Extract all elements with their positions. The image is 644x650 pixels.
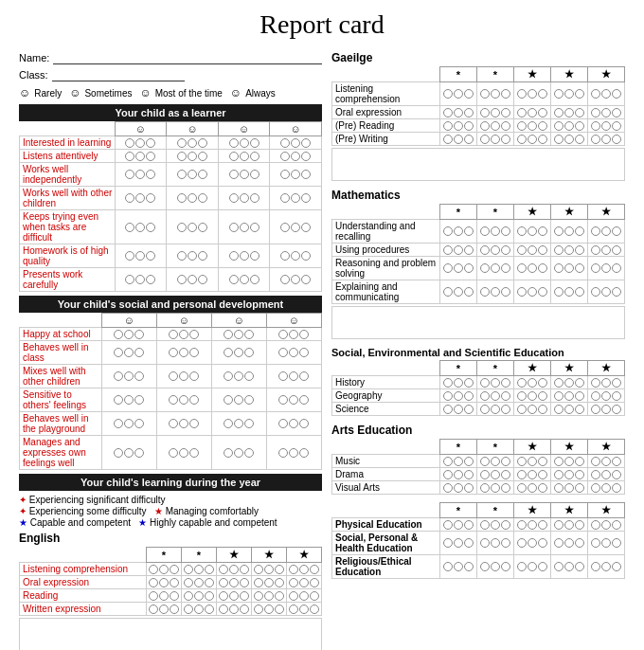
legend: ☺ Rarely ☺ Sometimes ☺ Most of the time …	[19, 86, 322, 99]
sese-table: * * ★ ★ ★ HistoryGeographyScience	[331, 360, 625, 416]
maths-table: * * ★ ★ ★ Understanding and recallingUsi…	[331, 204, 625, 304]
arts-table: * * ★ ★ ★ MusicDramaVisual Arts	[331, 439, 625, 495]
table-row: Music	[332, 455, 625, 468]
right-column: Gaeilge * * ★ ★ ★ Listening comprehensio…	[331, 51, 625, 650]
sese-title: Social, Environmental and Scientific Edu…	[331, 347, 625, 358]
pe-table: * * ★ ★ ★ Physical Education	[331, 502, 625, 579]
table-row: Listening comprehension	[332, 82, 625, 106]
table-row: Written expression	[20, 603, 322, 616]
social-table: ☺ ☺ ☺ ☺ Happy at schoolBehaves well in c…	[19, 313, 322, 470]
gaeilge-table: * * ★ ★ ★ Listening comprehensionOral ex…	[331, 66, 625, 146]
table-row: Listens attentively	[20, 150, 322, 163]
table-row: Manages and expresses own feelings well	[20, 436, 322, 470]
class-field: Class:	[19, 68, 322, 81]
english-section: English * * ★ ★ ★ Listening comprehensio…	[19, 532, 322, 650]
english-table: * * ★ ★ ★ Listening comprehensionOral ex…	[19, 547, 322, 616]
table-row: Visual Arts	[332, 481, 625, 495]
sese-section: Social, Environmental and Scientific Edu…	[331, 347, 625, 416]
table-row: Homework is of high quality	[20, 244, 322, 268]
gaeilge-title: Gaeilge	[331, 51, 625, 64]
table-row: Explaining and communicating	[332, 280, 625, 304]
gaeilge-section: Gaeilge * * ★ ★ ★ Listening comprehensio…	[331, 51, 625, 181]
table-row: Using procedures	[332, 244, 625, 257]
table-row: Listening comprehension	[20, 563, 322, 576]
name-field: Name:	[19, 51, 322, 64]
table-row: Sensitive to others' feelings	[20, 388, 322, 412]
pe-section: * * ★ ★ ★ Physical Education	[331, 502, 625, 579]
table-row: Works well independently	[20, 163, 322, 187]
english-title: English	[19, 532, 322, 545]
page-title: Report card	[19, 9, 625, 40]
table-row: Interested in learning	[20, 136, 322, 150]
table-row: (Pre) Writing	[332, 133, 625, 146]
table-row: Understanding and recalling	[332, 220, 625, 244]
table-row: History	[332, 376, 625, 389]
year-section: ✦ Experiencing significant difficulty ✦ …	[19, 495, 322, 528]
table-row: Keeps trying even when tasks are difficu…	[20, 210, 322, 244]
table-row: Happy at school	[20, 328, 322, 341]
arts-section: Arts Education * * ★ ★ ★ MusicDramaVisua…	[331, 424, 625, 495]
table-row: Behaves well in class	[20, 341, 322, 365]
table-row: Works well with other children	[20, 187, 322, 210]
table-row: Reading	[20, 589, 322, 603]
re-row: Religious/Ethical Education	[332, 555, 625, 579]
table-row: Drama	[332, 468, 625, 481]
maths-title: Mathematics	[331, 189, 625, 202]
left-column: Name: Class: ☺ Rarely ☺ Sometimes ☺ Most…	[19, 51, 322, 650]
social-header: Your child's social and personal develop…	[19, 296, 322, 313]
table-row: Behaves well in the playground	[20, 412, 322, 436]
table-row: Presents work carefully	[20, 268, 322, 292]
table-row: Oral expression	[20, 576, 322, 589]
maths-section: Mathematics * * ★ ★ ★ Understanding and …	[331, 189, 625, 339]
table-row: (Pre) Reading	[332, 119, 625, 133]
year-header: Your child's learning during the year	[19, 474, 322, 491]
learner-table: ☺ ☺ ☺ ☺ Interested in learningListens at…	[19, 121, 322, 292]
pe-row: Physical Education	[332, 518, 625, 532]
table-row: Oral expression	[332, 106, 625, 119]
table-row: Science	[332, 403, 625, 416]
table-row: Geography	[332, 389, 625, 403]
learner-header: Your child as a learner	[19, 104, 322, 121]
table-row: Reasoning and problem solving	[332, 257, 625, 280]
table-row: Mixes well with other children	[20, 365, 322, 388]
arts-title: Arts Education	[331, 424, 625, 437]
sph-row: Social, Personal & Health Education	[332, 532, 625, 555]
